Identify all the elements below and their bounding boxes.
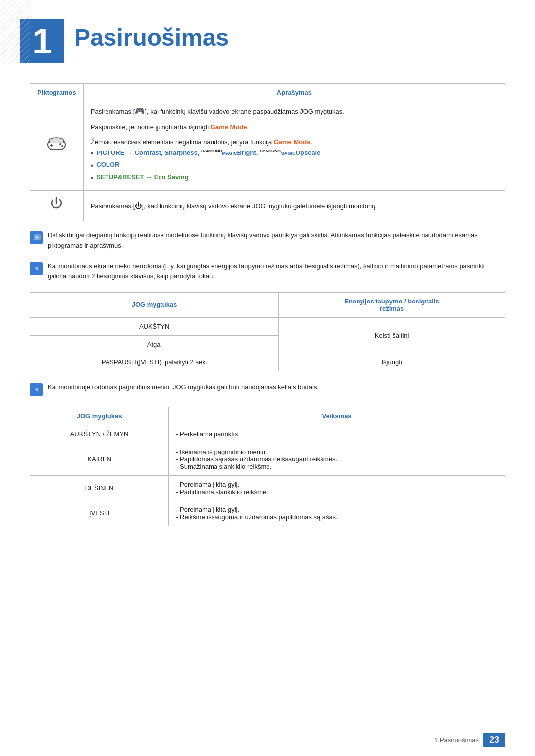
th-veiksmas: Veiksmas [169,407,505,425]
td-aukstyn: AUKŠTYN [30,317,279,335]
table-row: PASPAUSTI(ĮVESTI), palaikyti 2 sek. Išju… [30,353,505,371]
td-keisti: Keisti šaltinį [279,317,505,353]
td-perkeliama: - Perkeliama parinktis. [169,425,505,443]
th-energy: Energijos taupymo / besignalisrežimas [279,292,505,317]
note-symbol-1: ✎ [32,233,41,242]
note-block-2: ✎ Kai monitoriaus ekrane nieko nerodoma … [30,261,505,281]
gamepad-description: Pasirenkamas [🎮], kai funkcinių klavišų … [83,101,505,191]
note-block-3: ✎ Kai monitoriuje rodomas pagrindinis me… [30,382,505,396]
list-item: • PICTURE → Contrast, Sharpness, SAMSUNG… [91,149,498,159]
td-ivesti: ĮVESTI [30,501,169,526]
gamepad-icon-cell [30,101,84,191]
table-jog-energy: JOG mygtukas Energijos taupymo / besigna… [30,292,505,371]
table-row: ĮVESTI - Pereinama į kitą gylį. - Reikšm… [30,501,505,526]
note-icon-1: ✎ [30,231,43,244]
diagonal-decoration [0,0,30,64]
note-symbol-3: ✎ [32,385,41,394]
table-row: AUKŠTYN / ŽEMYN - Perkeliama parinktis. [30,425,505,443]
td-atgal: Atgal [30,335,279,353]
svg-point-6 [61,145,63,147]
footer-page-number: 23 [483,733,505,747]
power-description: Pasirenkamas [⏻], kad funkcinių klavišų … [83,191,505,221]
th-jog2: JOG mygtukas [30,407,169,425]
table-row: AUKŠTYN Keisti šaltinį [30,317,505,335]
th-jog1: JOG mygtukas [30,292,279,317]
list-item: • COLOR [91,161,498,171]
td-isjungti: Išjungti [279,353,505,371]
table-row: KAIRĖN - Išeinama iš pagrindinio meniu. … [30,443,505,475]
note-text-2: Kai monitoriaus ekrane nieko nerodoma (t… [48,261,505,281]
gamepad-icon [46,136,67,152]
svg-point-5 [59,143,61,145]
td-paspausti: PASPAUSTI(ĮVESTI), palaikyti 2 sek. [30,353,279,371]
td-pereinama1: - Pereinama į kitą gylį. - Padidinama sl… [169,475,505,501]
svg-text:✎: ✎ [34,266,39,272]
table-row: DEŠINĖN - Pereinama į kitą gylį. - Padid… [30,475,505,501]
page-footer: 1 Pasiruošimas 23 [434,733,505,747]
note-icon-2: ✎ [30,262,43,275]
td-aukstyn-zemyn: AUKŠTYN / ŽEMYN [30,425,169,443]
td-iseinama: - Išeinama iš pagrindinio meniu. - Papil… [169,443,505,475]
table-jog-action: JOG mygtukas Veiksmas AUKŠTYN / ŽEMYN - … [30,407,505,526]
list-item: • SETUP&RESET → Eco Saving [91,173,498,184]
desc-text-3: Žemiau esančiais elementais negalima nau… [91,138,312,146]
th-aprasymas: Aprašymas [83,84,505,101]
chapter-title: Pasiruošimas [74,14,229,51]
power-icon-cell [30,191,84,221]
td-pereinama2: - Pereinama į kitą gylį. - Reikšmė išsau… [169,501,505,526]
desc-text-2: Paspauskite, jei norite įjungti arba išj… [91,123,249,131]
svg-text:✎: ✎ [34,387,39,393]
td-desinen: DEŠINĖN [30,475,169,501]
color-item: COLOR [96,161,119,168]
note-symbol-2: ✎ [32,264,41,273]
desc-text-1: Pasirenkamas [🎮], kai funkcinių klavišų … [91,108,344,115]
note-text-3: Kai monitoriuje rodomas pagrindinis meni… [48,382,319,392]
note-icon-3: ✎ [30,383,43,396]
bullet-list: • PICTURE → Contrast, Sharpness, SAMSUNG… [91,149,498,183]
setup-item: SETUP&RESET → Eco Saving [96,173,188,181]
svg-rect-1 [0,0,30,64]
power-icon [49,196,64,212]
svg-text:✎: ✎ [34,235,39,241]
main-content: Piktogramos Aprašymas [0,83,535,555]
page-header: 1 Pasiruošimas [0,0,535,73]
table-row: Pasirenkamas [🎮], kai funkcinių klavišų … [30,101,505,191]
power-desc-text: Pasirenkamas [⏻], kad funkcinių klavišų … [91,202,377,210]
th-piktogramos: Piktogramos [30,84,84,101]
table-icons: Piktogramos Aprašymas [30,83,505,221]
note-text-1: Dėl skirtingai diegiamų funkcijų realiuo… [48,230,505,250]
td-kairen: KAIRĖN [30,443,169,475]
table-row: Pasirenkamas [⏻], kad funkcinių klavišų … [30,191,505,221]
note-block-1: ✎ Dėl skirtingai diegiamų funkcijų reali… [30,230,505,250]
footer-chapter-label: 1 Pasiruošimas [434,736,479,744]
